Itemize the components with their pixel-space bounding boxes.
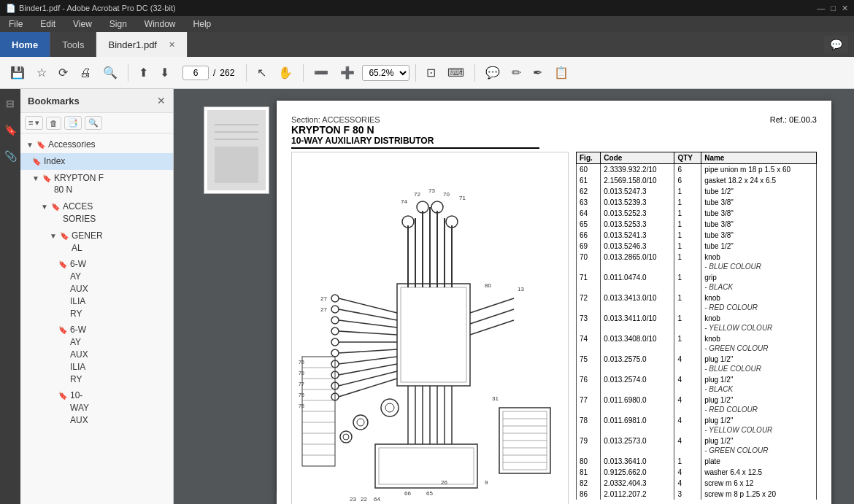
bookmark-10way[interactable]: 🔖 10-WAYAUX — [20, 387, 173, 428]
menu-sign[interactable]: Sign — [107, 18, 130, 31]
pdf-viewer[interactable]: Section: ACCESSORIES KRYPTON F 80 N 10-W… — [174, 89, 854, 504]
page-number-input[interactable] — [182, 66, 209, 80]
expander-accessories[interactable]: ▼ — [26, 140, 34, 150]
cell-qty: 4 — [674, 478, 701, 489]
cell-fig: 75 — [577, 354, 601, 374]
svg-text:73: 73 — [428, 187, 435, 194]
bookmark-icon-10way: 🔖 — [58, 391, 67, 401]
menu-window[interactable]: Window — [142, 18, 179, 31]
bookmarks-tree: ▼ 🔖 Accessories 🔖 Index ▼ 🔖 KRYPTON F80 … — [20, 133, 173, 504]
cell-fig: 72 — [577, 292, 601, 313]
left-sidebar-icons: ⊟ 🔖 📎 — [0, 89, 20, 504]
svg-text:31: 31 — [492, 395, 499, 402]
cell-name: screw m 6 x 12 — [701, 478, 817, 489]
svg-text:70: 70 — [443, 191, 450, 198]
bookmark-add-button[interactable]: 📑 — [64, 116, 82, 130]
menu-edit[interactable]: Edit — [37, 18, 58, 31]
print-button[interactable]: 🖨 — [75, 63, 96, 82]
col-code: Code — [601, 152, 674, 164]
cell-qty: 4 — [674, 354, 701, 374]
pdf-section-header: Section: ACCESSORIES — [291, 115, 539, 124]
stamp-button[interactable]: 📋 — [550, 63, 573, 82]
cell-fig: 80 — [577, 456, 601, 467]
cell-fig: 66 — [577, 230, 601, 241]
save-button[interactable]: 💾 — [6, 63, 29, 82]
toolbar-separator-4 — [415, 64, 416, 82]
tab-bar: Home Tools Binder1.pdf ✕ 💬 — [0, 32, 854, 57]
markup-button[interactable]: ✒ — [528, 63, 547, 82]
zoom-select[interactable]: 65.2% — [362, 65, 409, 81]
bookmark-accessories[interactable]: ▼ 🔖 Accessories — [20, 136, 173, 153]
cell-name: knob- YELLOW COLOUR — [701, 313, 817, 333]
search-button[interactable]: 🔍 — [99, 63, 122, 82]
cell-name: tube 3/8" — [701, 208, 817, 219]
bookmark-6way-2[interactable]: 🔖 6-WAYAUXILIARY — [20, 322, 173, 387]
table-row: 79 0.013.2573.0 4 plug 1/2"- GREEN COLOU… — [577, 435, 817, 456]
pen-tool-button[interactable]: ✏ — [507, 63, 526, 82]
table-row: 75 0.013.2575.0 4 plug 1/2"- BLUE COLOUR — [577, 354, 817, 374]
menu-file[interactable]: File — [6, 18, 26, 31]
zoom-out-button[interactable]: ➖ — [309, 63, 333, 82]
cell-code: 0.013.2865.0/10 — [601, 252, 674, 272]
bookmark-options-button[interactable]: ≡ ▾ — [25, 116, 43, 130]
table-row: 78 0.011.6981.0 4 plug 1/2"- YELLOW COLO… — [577, 415, 817, 435]
select-tool-button[interactable]: ↖ — [253, 63, 271, 82]
svg-text:26: 26 — [441, 479, 447, 486]
expander-general[interactable]: ▼ — [50, 231, 57, 241]
bookmark-6way-1[interactable]: 🔖 6-WAYAUXILIARY — [20, 256, 173, 322]
tab-file[interactable]: Binder1.pdf ✕ — [96, 32, 188, 57]
cell-code: 0.013.3641.0 — [601, 456, 674, 467]
next-page-button[interactable]: ⬇ — [155, 63, 174, 82]
tab-home[interactable]: Home — [0, 32, 50, 57]
prev-page-button[interactable]: ⬆ — [134, 63, 153, 82]
bookmarks-icon[interactable]: 🔖 — [1, 121, 20, 139]
bookmarks-panel: Bookmarks ✕ ≡ ▾ 🗑 📑 🔍 ▼ 🔖 Accessories 🔖 … — [20, 89, 174, 504]
bookmark-delete-button[interactable]: 🗑 — [46, 117, 61, 130]
svg-text:72: 72 — [414, 191, 420, 198]
svg-text:22: 22 — [361, 496, 367, 503]
menu-view[interactable]: View — [70, 18, 95, 31]
bookmark-general[interactable]: ▼ 🔖 GENERAL — [20, 228, 173, 257]
bookmark-button[interactable]: ☆ — [32, 63, 51, 82]
bookmark-accessories2[interactable]: ▼ 🔖 ACCESSORIES — [20, 198, 173, 228]
cell-qty: 1 — [674, 197, 701, 208]
table-row: 72 0.013.3413.0/10 1 knob- RED COLOUR — [577, 292, 817, 313]
expander-accessories2[interactable]: ▼ — [41, 202, 48, 212]
bookmark-label-krypton: KRYPTON F80 N — [54, 172, 167, 197]
close-button[interactable]: ✕ — [842, 4, 848, 13]
cell-name: screw m 8 p 1.25 x 20 — [701, 489, 817, 500]
bookmark-icon-6way-1: 🔖 — [58, 260, 67, 270]
cell-fig: 77 — [577, 395, 601, 415]
thumbnail-page[interactable] — [204, 106, 269, 194]
bookmark-index[interactable]: 🔖 Index — [20, 153, 173, 170]
expander-krypton[interactable]: ▼ — [32, 174, 39, 184]
comment-tool-button[interactable]: 💬 — [481, 63, 504, 82]
cell-code: 2.1569.158.0/10 — [601, 175, 674, 186]
svg-text:79: 79 — [299, 371, 304, 376]
bookmark-icon-accessories: 🔖 — [36, 140, 45, 150]
cell-code: 0.013.2575.0 — [601, 354, 674, 374]
panel-close-button[interactable]: ✕ — [157, 95, 166, 106]
bookmark-krypton[interactable]: ▼ 🔖 KRYPTON F80 N — [20, 170, 173, 199]
share-button[interactable]: ⟳ — [54, 63, 72, 82]
tab-tools[interactable]: Tools — [50, 32, 96, 57]
maximize-button[interactable]: □ — [831, 4, 836, 13]
svg-text:27: 27 — [320, 306, 327, 313]
svg-text:9: 9 — [485, 479, 488, 486]
svg-text:65: 65 — [426, 490, 433, 497]
cell-name: plug 1/2"- YELLOW COLOUR — [701, 415, 817, 435]
menu-help[interactable]: Help — [191, 18, 215, 31]
keyboard-button[interactable]: ⌨ — [443, 63, 469, 82]
minimize-button[interactable]: — — [817, 4, 825, 13]
nav-icon[interactable]: ⊟ — [3, 95, 18, 112]
fit-page-button[interactable]: ⊡ — [422, 63, 440, 82]
cell-fig: 74 — [577, 333, 601, 354]
zoom-in-button[interactable]: ➕ — [336, 63, 359, 82]
comment-button[interactable]: 💬 — [824, 36, 848, 53]
bookmark-search-button[interactable]: 🔍 — [85, 116, 102, 130]
cell-code: 0.013.5239.3 — [601, 197, 674, 208]
tab-close-button[interactable]: ✕ — [169, 40, 175, 50]
hand-tool-button[interactable]: ✋ — [274, 63, 297, 82]
layers-icon[interactable]: 📎 — [1, 147, 20, 165]
svg-text:74: 74 — [401, 198, 407, 205]
